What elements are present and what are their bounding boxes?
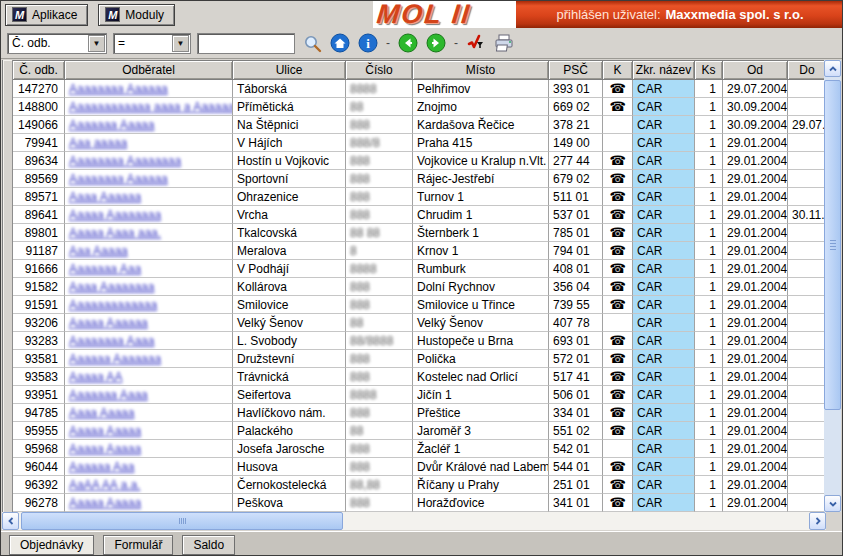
customer-link[interactable]: Aaaaaaaaaaaaa <box>69 298 157 312</box>
cell-odberatel[interactable]: Aaaaaaaaaaaa aaaa a Aaaaaa <box>65 98 233 116</box>
customer-link[interactable]: Aaaaa Aaaaaaaa <box>69 208 161 222</box>
customer-link[interactable]: Aaaaa Aaaaa <box>69 442 141 456</box>
search-input[interactable] <box>197 33 295 54</box>
cell-odberatel[interactable]: Aaaaaaaaaaaaa <box>65 296 233 314</box>
horizontal-scroll-thumb[interactable] <box>21 512 343 530</box>
customer-link[interactable]: Aaaaa Aaaaa <box>69 496 141 510</box>
cell-odberatel[interactable]: Aaa Aaaaa <box>65 242 233 260</box>
table-row[interactable]: 95955 Aaaaa Aaaaa Palackého 88 Jaroměř 3… <box>13 422 827 440</box>
table-row[interactable]: 89569 Aaaaaaaa Aaaaaa Sportovní 888 Ráje… <box>13 170 827 188</box>
table-row[interactable]: 89641 Aaaaa Aaaaaaaa Vrcha 888 Chrudim 1… <box>13 206 827 224</box>
moduly-button[interactable]: M Moduly <box>98 4 175 26</box>
row-selector-gutter[interactable] <box>3 60 13 512</box>
cell-odberatel[interactable]: Aaaaaaaa Aaaaaa <box>65 170 233 188</box>
cell-odberatel[interactable]: Aaaaa Aaaaa <box>65 494 233 512</box>
table-row[interactable]: 93581 Aaaaaa Aaaaaaa Družstevní 888 Poli… <box>13 350 827 368</box>
column-header-zkr-nazev[interactable]: Zkr. název <box>633 60 695 80</box>
cell-odberatel[interactable]: Aaaa Aaaaaa <box>65 188 233 206</box>
cell-odberatel[interactable]: Aaaaa Aaaaa <box>65 440 233 458</box>
chevron-down-icon[interactable]: ▼ <box>172 35 189 52</box>
cell-odberatel[interactable]: Aaaaa AA <box>65 368 233 386</box>
customer-link[interactable]: Aaaaaaa Aaaa <box>69 388 148 402</box>
table-row[interactable]: 91666 Aaaaaaa Aaa V Podhájí 8888 Rumburk… <box>13 260 827 278</box>
customer-link[interactable]: Aaaa Aaaaaaaa <box>69 280 154 294</box>
table-row[interactable]: 89801 Aaaaa Aaaa aaa. Tkalcovská 88 88 Š… <box>13 224 827 242</box>
customer-link[interactable]: Aaa aaaaa <box>69 136 127 150</box>
scroll-down-button[interactable] <box>824 495 841 512</box>
print-icon[interactable] <box>493 32 515 54</box>
column-header-c-odb[interactable]: Č. odb. <box>13 60 65 80</box>
cell-odberatel[interactable]: Aaaaaa Aaa <box>65 458 233 476</box>
vertical-scroll-thumb[interactable] <box>824 80 841 410</box>
customer-link[interactable]: Aaaaaa Aaa <box>69 460 134 474</box>
cell-odberatel[interactable]: Aaaaaaaa Aaaaaa <box>65 80 233 98</box>
forward-icon[interactable] <box>425 32 447 54</box>
search-icon[interactable] <box>301 32 323 54</box>
cell-odberatel[interactable]: Aaaa Aaaaa <box>65 404 233 422</box>
column-header-ks[interactable]: Ks <box>695 60 723 80</box>
customer-link[interactable]: Aaaaaaaa Aaaaaa <box>69 172 168 186</box>
column-header-odberatel[interactable]: Odběratel <box>65 60 233 80</box>
customer-link[interactable]: Aaaaa AA <box>69 370 122 384</box>
customer-link[interactable]: Aaaaa Aaaaa <box>69 424 141 438</box>
aplikace-button[interactable]: M Aplikace <box>5 4 88 26</box>
cell-odberatel[interactable]: Aaaaa Aaaaaaaa <box>65 206 233 224</box>
column-header-od[interactable]: Od <box>723 60 788 80</box>
field-combobox[interactable]: Č. odb. ▼ <box>7 33 107 54</box>
column-header-do[interactable]: Do <box>788 60 827 80</box>
column-header-misto[interactable]: Místo <box>413 60 549 80</box>
cell-odberatel[interactable]: Aaaaaaa Aaaaa <box>65 116 233 134</box>
operator-combobox[interactable]: = ▼ <box>113 33 191 54</box>
customer-link[interactable]: Aaa Aaaaa <box>69 244 128 258</box>
table-row[interactable]: 96044 Aaaaaa Aaa Husova 888 Dvůr Králové… <box>13 458 827 476</box>
scroll-left-button[interactable] <box>2 512 19 530</box>
table-row[interactable]: 147270 Aaaaaaaa Aaaaaa Táborská 8888 Pel… <box>13 80 827 98</box>
table-row[interactable]: 93583 Aaaaa AA Trávnická 888 Kostelec na… <box>13 368 827 386</box>
scroll-right-button[interactable] <box>809 512 826 530</box>
customer-link[interactable]: Aaaaaaa Aaaaa <box>69 118 154 132</box>
column-header-cislo[interactable]: Číslo <box>346 60 413 80</box>
table-row[interactable]: 79941 Aaa aaaaa V Hájích 888/8 Praha 415… <box>13 134 827 152</box>
table-row[interactable]: 96278 Aaaaa Aaaaa Peškova 888 Horažďovic… <box>13 494 827 512</box>
customer-link[interactable]: Aaaa Aaaaaa <box>69 190 141 204</box>
customer-link[interactable]: Aaaa Aaaaa <box>69 406 134 420</box>
cell-odberatel[interactable]: AaAA AA a.a. <box>65 476 233 494</box>
customer-link[interactable]: Aaaaa Aaaaaa <box>69 316 148 330</box>
table-row[interactable]: 95968 Aaaaa Aaaaa Josefa Jarosche 888 Ža… <box>13 440 827 458</box>
table-row[interactable]: 91187 Aaa Aaaaa Meralova 8 Krnov 1 794 0… <box>13 242 827 260</box>
customer-link[interactable]: Aaaaaa Aaaaaaa <box>69 352 161 366</box>
table-row[interactable]: 149066 Aaaaaaa Aaaaa Na Štěpnici 888 Kar… <box>13 116 827 134</box>
customer-link[interactable]: Aaaaa Aaaa aaa. <box>69 226 161 240</box>
cell-odberatel[interactable]: Aaaaa Aaaa aaa. <box>65 224 233 242</box>
horizontal-scrollbar[interactable] <box>2 512 826 530</box>
back-icon[interactable] <box>397 32 419 54</box>
apply-filter-icon[interactable] <box>465 32 487 54</box>
tab-objednavky[interactable]: Objednávky <box>9 535 94 555</box>
table-row[interactable]: 93283 Aaaaaaaa Aaaa L. Svobody 88/8888 H… <box>13 332 827 350</box>
scroll-up-button[interactable] <box>824 60 841 77</box>
customer-link[interactable]: Aaaaaaaaaaaa aaaa a Aaaaaa <box>69 100 233 114</box>
vertical-scrollbar[interactable] <box>824 60 841 512</box>
tab-formular[interactable]: Formulář <box>103 535 173 555</box>
cell-odberatel[interactable]: Aaaaa Aaaaa <box>65 422 233 440</box>
cell-odberatel[interactable]: Aaaaaaa Aaaa <box>65 386 233 404</box>
info-icon[interactable]: i <box>357 32 379 54</box>
cell-odberatel[interactable]: Aaaaaa Aaaaaaa <box>65 350 233 368</box>
table-row[interactable]: 91582 Aaaa Aaaaaaaa Kollárova 888 Dolní … <box>13 278 827 296</box>
table-row[interactable]: 93951 Aaaaaaa Aaaa Seifertova 8888 Jičín… <box>13 386 827 404</box>
cell-odberatel[interactable]: Aaaaaaaa Aaaa <box>65 332 233 350</box>
table-row[interactable]: 148800 Aaaaaaaaaaaa aaaa a Aaaaaa Přímět… <box>13 98 827 116</box>
cell-odberatel[interactable]: Aaaaa Aaaaaa <box>65 314 233 332</box>
tab-saldo[interactable]: Saldo <box>182 535 235 555</box>
cell-odberatel[interactable]: Aaaaaaaa Aaaaaaaa <box>65 152 233 170</box>
cell-odberatel[interactable]: Aaaaaaa Aaa <box>65 260 233 278</box>
table-row[interactable]: 89571 Aaaa Aaaaaa Ohrazenice 888 Turnov … <box>13 188 827 206</box>
table-row[interactable]: 94785 Aaaa Aaaaa Havlíčkovo nám. 888 Pře… <box>13 404 827 422</box>
cell-odberatel[interactable]: Aaa aaaaa <box>65 134 233 152</box>
table-row[interactable]: 89634 Aaaaaaaa Aaaaaaaa Hostín u Vojkovi… <box>13 152 827 170</box>
home-icon[interactable] <box>329 32 351 54</box>
customer-link[interactable]: Aaaaaaaa Aaaaaa <box>69 82 168 96</box>
column-header-k[interactable]: K <box>603 60 633 80</box>
customer-link[interactable]: Aaaaaaaa Aaaa <box>69 334 154 348</box>
customer-link[interactable]: AaAA AA a.a. <box>69 478 140 492</box>
